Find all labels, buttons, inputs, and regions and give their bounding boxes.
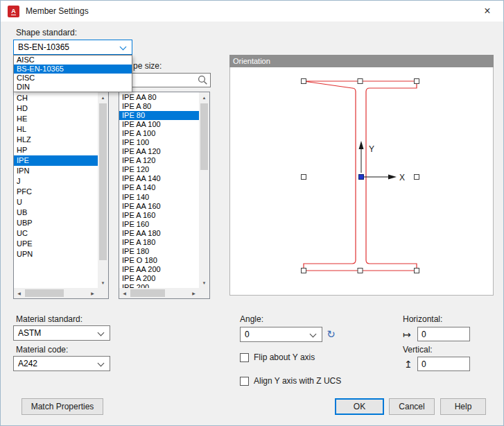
search-icon[interactable] <box>197 74 209 86</box>
vertical-scrollbar[interactable]: ▲ ▼ <box>98 92 108 288</box>
grip-handle[interactable] <box>358 79 363 84</box>
close-button[interactable]: × <box>471 1 503 22</box>
list-item[interactable]: IPE AA 200 <box>119 265 199 274</box>
material-standard-value: ASTM <box>18 328 41 338</box>
list-item[interactable]: IPE A 180 <box>119 238 199 247</box>
ok-button[interactable]: OK <box>335 398 384 415</box>
material-code-value: A242 <box>18 359 37 368</box>
angle-combobox[interactable]: 0 <box>240 327 322 342</box>
window-title: Member Settings <box>26 6 89 16</box>
list-item[interactable]: IPE 180 <box>119 247 199 256</box>
scrollbar-thumb[interactable] <box>200 103 208 170</box>
horizontal-offset-icon: ↦ <box>403 330 411 339</box>
grip-handle[interactable] <box>358 269 363 273</box>
horizontal-scrollbar[interactable]: ◀ ▶ <box>119 288 199 298</box>
list-item[interactable]: IPE A 200 <box>119 274 199 283</box>
pick-rotation-icon: ↻ <box>327 328 336 341</box>
list-item[interactable]: IPE AA 80 <box>119 93 199 102</box>
grip-handle[interactable] <box>302 269 306 273</box>
scrollbar-thumb[interactable] <box>99 103 107 260</box>
list-item[interactable]: IPN <box>14 166 98 176</box>
list-item[interactable]: AISC <box>14 56 132 65</box>
shape-type-list: CHHDHEHLHLZHPIPEIPNJPFCUUBUBPUCUPEUPN <box>14 93 98 288</box>
list-item[interactable]: HD <box>14 103 98 114</box>
scroll-left-button[interactable]: ◀ <box>14 288 24 298</box>
list-item[interactable]: PFC <box>14 187 98 197</box>
list-item[interactable]: HLZ <box>14 135 98 145</box>
list-item[interactable]: IPE 200 <box>119 283 199 288</box>
grip-handle[interactable] <box>415 175 419 180</box>
vertical-offset-input[interactable] <box>417 357 470 371</box>
list-item[interactable]: IPE 140 <box>119 193 199 202</box>
shape-standard-combobox[interactable]: BS-EN-10365 <box>13 40 132 55</box>
scroll-left-button[interactable]: ◀ <box>119 288 130 298</box>
material-code-combobox[interactable]: A242 <box>13 356 110 371</box>
horizontal-offset-input[interactable] <box>417 327 470 341</box>
list-item[interactable]: HP <box>14 145 98 155</box>
y-axis-arrowhead <box>359 141 364 149</box>
list-item[interactable]: UBP <box>14 218 98 228</box>
align-y-axis-checkbox[interactable] <box>240 377 249 386</box>
list-item[interactable]: IPE 80 <box>119 111 199 120</box>
list-item[interactable]: UB <box>14 207 98 218</box>
shape-type-listbox[interactable]: CHHDHEHLHLZHPIPEIPNJPFCUUBUBPUCUPEUPN ▲ … <box>13 92 109 299</box>
list-item[interactable]: J <box>14 176 98 187</box>
match-properties-button[interactable]: Match Properties <box>21 398 103 415</box>
list-item[interactable]: IPE <box>14 155 98 166</box>
scrollbar-thumb[interactable] <box>130 289 165 297</box>
scroll-up-button[interactable]: ▲ <box>199 92 209 103</box>
list-item[interactable]: IPE A 80 <box>119 102 199 111</box>
scrollbar-thumb[interactable] <box>25 289 64 297</box>
scroll-left-icon: ◀ <box>123 291 126 296</box>
vertical-scrollbar[interactable]: ▲ ▼ <box>199 92 209 288</box>
list-item[interactable]: CISC <box>14 74 132 83</box>
list-item[interactable]: IPE AA 160 <box>119 202 199 211</box>
chevron-down-icon <box>98 330 105 336</box>
grip-handle[interactable] <box>302 175 306 180</box>
list-item[interactable]: DIN <box>14 83 132 92</box>
scroll-up-button[interactable]: ▲ <box>98 92 108 103</box>
material-standard-label: Material standard: <box>16 314 82 324</box>
center-grip-handle[interactable] <box>359 175 364 180</box>
scroll-right-button[interactable]: ▶ <box>87 288 98 298</box>
list-item[interactable]: IPE A 160 <box>119 211 199 220</box>
list-item[interactable]: IPE A 100 <box>119 129 199 138</box>
scroll-right-button[interactable]: ▶ <box>189 288 199 298</box>
list-item[interactable]: IPE AA 180 <box>119 229 199 238</box>
list-item[interactable]: IPE AA 120 <box>119 147 199 156</box>
x-axis-arrowhead <box>388 175 397 180</box>
list-item[interactable]: BS-EN-10365 <box>14 65 132 74</box>
list-item[interactable]: UC <box>14 228 98 239</box>
list-item[interactable]: IPE A 120 <box>119 156 199 165</box>
list-item[interactable]: IPE 120 <box>119 165 199 174</box>
list-item[interactable]: IPE A 140 <box>119 183 199 192</box>
list-item[interactable]: HE <box>14 114 98 124</box>
shape-standard-dropdown-list[interactable]: AISCBS-EN-10365CISCDIN <box>13 55 132 92</box>
grip-handle[interactable] <box>415 269 419 273</box>
list-item[interactable]: UPN <box>14 249 98 259</box>
grip-handle[interactable] <box>302 79 306 84</box>
list-item[interactable]: U <box>14 197 98 207</box>
list-item[interactable]: IPE 160 <box>119 220 199 229</box>
material-standard-combobox[interactable]: ASTM <box>13 325 110 341</box>
horizontal-scrollbar[interactable]: ◀ ▶ <box>14 288 98 298</box>
help-button[interactable]: Help <box>440 398 486 415</box>
scroll-down-button[interactable]: ▼ <box>199 278 209 288</box>
grip-handle[interactable] <box>415 79 419 84</box>
list-item[interactable]: IPE AA 100 <box>119 120 199 129</box>
app-icon-letter: A <box>11 8 16 15</box>
pick-rotation-button[interactable]: ↻ <box>324 327 338 341</box>
shape-size-list: IPE AA 80IPE A 80IPE 80IPE AA 100IPE A 1… <box>119 93 199 288</box>
list-item[interactable]: IPE O 180 <box>119 256 199 265</box>
x-axis-label: X <box>399 173 405 182</box>
list-item[interactable]: IPE AA 140 <box>119 174 199 183</box>
list-item[interactable]: HL <box>14 124 98 135</box>
list-item[interactable]: IPE 100 <box>119 138 199 147</box>
scroll-down-button[interactable]: ▼ <box>98 278 108 288</box>
flip-y-axis-checkbox[interactable] <box>240 353 249 362</box>
cancel-button[interactable]: Cancel <box>389 398 435 415</box>
list-item[interactable]: CH <box>14 93 98 103</box>
shape-size-listbox[interactable]: IPE AA 80IPE A 80IPE 80IPE AA 100IPE A 1… <box>119 92 210 299</box>
list-item[interactable]: UPE <box>14 239 98 249</box>
chevron-down-icon <box>120 44 127 51</box>
